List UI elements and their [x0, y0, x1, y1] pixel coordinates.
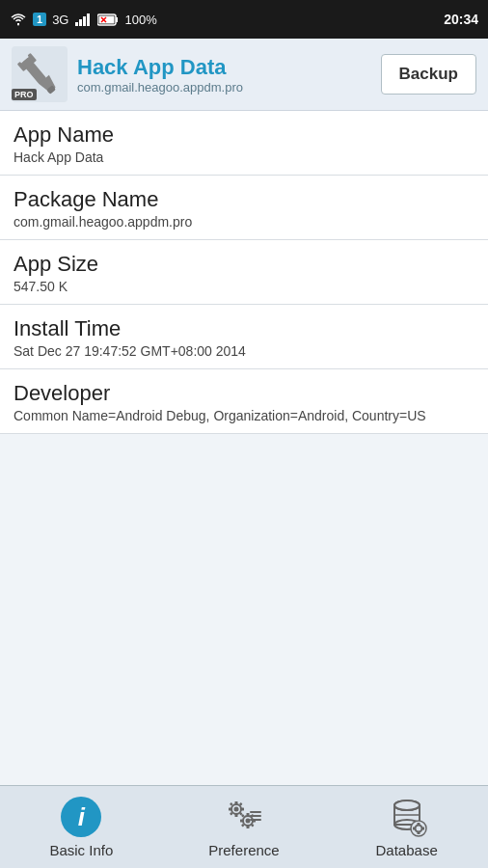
svg-point-28 — [233, 807, 238, 812]
database-icon — [386, 796, 428, 838]
info-nav-icon: i — [60, 796, 102, 838]
svg-rect-39 — [250, 819, 261, 821]
svg-rect-30 — [234, 814, 237, 817]
backup-button[interactable]: Backup — [381, 54, 476, 95]
database-label: Database — [376, 842, 438, 858]
svg-point-43 — [394, 800, 420, 810]
svg-rect-6 — [116, 17, 118, 22]
basic-info-label: Basic Info — [49, 842, 113, 858]
status-bar: 1 3G 100% 20:34 — [0, 0, 488, 39]
nav-item-basic-info[interactable]: i Basic Info — [0, 796, 162, 858]
svg-rect-48 — [417, 832, 420, 835]
package-name-header: com.gmail.heagoo.appdm.pro — [77, 80, 243, 95]
app-name-row: App Name Hack App Data — [0, 111, 488, 176]
svg-rect-4 — [87, 14, 90, 26]
svg-rect-29 — [234, 801, 237, 804]
svg-rect-21 — [240, 820, 243, 823]
svg-rect-38 — [250, 815, 261, 817]
status-left: 1 3G 100% — [10, 13, 157, 27]
status-right: 20:34 — [444, 12, 478, 27]
svg-rect-32 — [241, 808, 244, 811]
app-header: PRO Hack App Data com.gmail.heagoo.appdm… — [0, 39, 488, 111]
developer-row: Developer Common Name=Android Debug, Org… — [0, 369, 488, 434]
svg-point-18 — [245, 819, 250, 824]
signal-icon — [74, 13, 92, 26]
install-time-value: Sat Dec 27 19:47:52 GMT+08:00 2014 — [14, 343, 474, 359]
svg-rect-19 — [246, 813, 249, 816]
svg-rect-7 — [99, 15, 115, 23]
svg-rect-31 — [229, 808, 231, 811]
app-name-value: Hack App Data — [14, 149, 474, 165]
info-circle-icon: i — [61, 797, 101, 837]
app-name-header: Hack App Data — [77, 55, 243, 80]
preference-nav-icon — [223, 796, 265, 838]
app-name-label: App Name — [14, 122, 474, 148]
nav-item-preference[interactable]: Preference — [163, 796, 325, 858]
bottom-nav: i Basic Info — [0, 785, 488, 868]
content-area: App Name Hack App Data Package Name com.… — [0, 111, 488, 434]
svg-point-0 — [17, 24, 19, 26]
svg-rect-2 — [79, 19, 82, 26]
svg-rect-1 — [75, 22, 78, 26]
preference-label: Preference — [208, 842, 279, 858]
developer-value: Common Name=Android Debug, Organization=… — [14, 408, 474, 423]
svg-rect-20 — [246, 826, 249, 828]
developer-label: Developer — [14, 381, 474, 406]
install-time-label: Install Time — [14, 316, 474, 341]
svg-rect-47 — [417, 823, 420, 826]
network-indicator: 3G — [52, 13, 68, 27]
wifi-icon — [10, 13, 27, 26]
time-display: 20:34 — [444, 12, 478, 27]
app-size-row: App Size 547.50 K — [0, 240, 488, 305]
package-name-row: Package Name com.gmail.heagoo.appdm.pro — [0, 176, 488, 240]
sim-badge: 1 — [33, 13, 46, 26]
package-name-value: com.gmail.heagoo.appdm.pro — [14, 214, 474, 230]
svg-rect-3 — [83, 16, 86, 26]
nav-item-database[interactable]: Database — [325, 796, 487, 858]
header-left: PRO Hack App Data com.gmail.heagoo.appdm… — [12, 46, 243, 102]
header-text: Hack App Data com.gmail.heagoo.appdm.pro — [77, 55, 243, 95]
install-time-row: Install Time Sat Dec 27 19:47:52 GMT+08:… — [0, 305, 488, 369]
package-name-label: Package Name — [14, 187, 474, 212]
svg-rect-37 — [250, 811, 261, 813]
preference-gear-icon — [223, 796, 265, 838]
svg-rect-50 — [421, 827, 424, 830]
battery-percentage: 100% — [124, 13, 156, 27]
pro-badge: PRO — [12, 89, 37, 100]
app-size-value: 547.50 K — [14, 279, 474, 294]
svg-rect-49 — [413, 827, 416, 830]
app-logo-container: PRO — [12, 46, 68, 102]
app-size-label: App Size — [14, 252, 474, 277]
database-nav-icon — [386, 796, 428, 838]
battery-icon — [97, 14, 119, 26]
